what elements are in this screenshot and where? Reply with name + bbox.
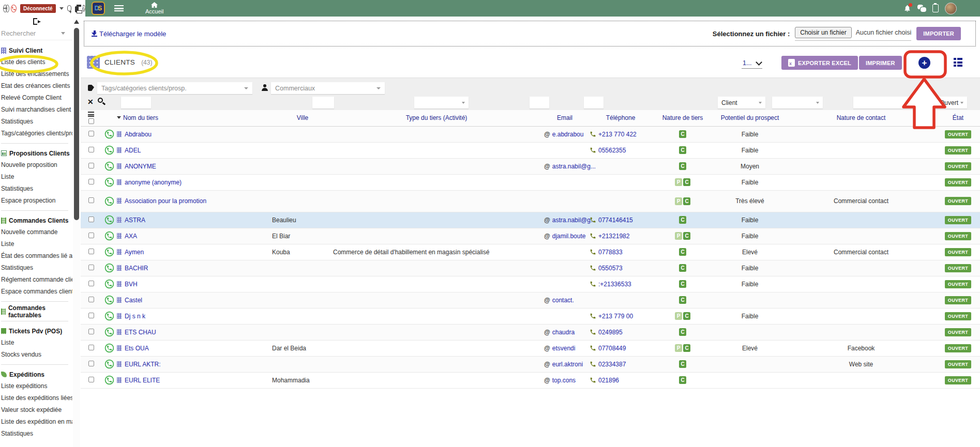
whatsapp-icon[interactable] [104,177,114,187]
client-name-link[interactable]: ASTRA [125,217,145,224]
sidebar-item[interactable]: Liste des expéditions liées au... [1,392,72,404]
column-header-email[interactable]: Email [540,110,590,126]
caret-down-icon[interactable] [59,7,64,10]
phone-link[interactable]: 0778833 [598,249,623,256]
sidebar-item[interactable]: Statistiques [1,116,72,128]
whatsapp-icon[interactable] [104,327,114,337]
sidebar-item[interactable]: Espace commandes clients [1,286,72,298]
phone-link[interactable]: +213 770 422 [598,131,637,138]
sidebar-item[interactable]: État des commandes lié aux ... [1,250,72,262]
tags-filter-select[interactable]: Tags/catégories clients/prosp. [97,82,252,94]
email-link[interactable]: contact. [552,297,574,304]
sidebar-item[interactable]: Relevé Compte Client [1,92,72,104]
whatsapp-icon[interactable] [104,311,114,321]
list-select-icon[interactable] [88,112,94,117]
phone-link[interactable]: 05562355 [598,147,626,154]
client-name-link[interactable]: EURL AKTR: [125,361,161,368]
column-header-nature[interactable]: Nature de tiers [652,110,714,126]
email-link[interactable]: e.abdrabou [552,131,584,138]
scrollbar-thumb[interactable] [74,28,79,220]
file-input[interactable]: Choisir un fichier Aucun fichier choisi [795,27,911,41]
whatsapp-status-icon[interactable] [11,5,17,12]
client-name-link[interactable]: ADEL [125,147,141,154]
filter-email-input[interactable] [530,97,549,109]
whatsapp-icon[interactable] [104,231,114,241]
whatsapp-icon[interactable] [104,247,114,257]
sidebar-item[interactable]: Statistiques [1,428,72,440]
sidebar-item[interactable]: Liste [1,171,72,183]
print-icon[interactable] [75,6,79,12]
user-avatar[interactable] [945,3,957,14]
client-name-link[interactable]: Abdrabou [125,131,152,138]
column-header-contact[interactable]: Nature de contact [786,110,936,126]
whatsapp-icon[interactable] [104,263,114,273]
pagination-select[interactable]: 1... [742,59,762,69]
row-checkbox[interactable] [88,313,94,318]
filter-nature-select[interactable]: Client [718,97,765,109]
whatsapp-icon[interactable] [104,161,114,171]
client-name-link[interactable]: Castel [125,297,142,304]
row-checkbox[interactable] [88,233,94,238]
sidebar-item[interactable]: Nouvelle proposition [1,159,72,171]
sidebar-item[interactable]: Liste des clients [1,56,72,68]
sidebar-item[interactable]: Espace prospection [1,195,72,207]
phone-link[interactable]: +213 779 00 [598,313,633,320]
row-checkbox[interactable] [88,163,94,168]
sidebar-item[interactable]: Nouvelle commande [1,226,72,238]
phone-link[interactable]: 0774146415 [598,217,633,224]
whatsapp-icon[interactable] [104,295,114,305]
email-link[interactable]: djamil.boute [552,233,586,240]
filter-contact-select[interactable] [853,97,927,109]
search-icon[interactable] [98,98,103,103]
list-view-icon[interactable] [954,58,962,67]
client-name-link[interactable]: Aymen [125,249,144,256]
column-header-name[interactable]: Nom du tiers [117,110,272,126]
sidebar-item[interactable]: Suivi marchandises client [1,104,72,116]
client-name-link[interactable]: ETS CHAU [125,329,156,336]
email-link[interactable]: top.cons [552,377,576,384]
logout-icon[interactable] [33,18,40,25]
phone-link[interactable]: 021896 [598,377,619,384]
whatsapp-icon[interactable] [104,359,114,369]
column-header-phone[interactable]: Téléphone [590,110,652,126]
messages-icon[interactable] [917,5,926,12]
sidebar-item[interactable]: Liste des expédition en map [1,416,72,428]
print-button[interactable]: IMPRIMER [859,56,902,70]
phone-link[interactable]: 0249895 [598,329,623,336]
sidebar-section-title[interactable]: Expéditions [1,368,72,380]
phone-link[interactable]: :+21336533 [598,281,631,288]
email-link[interactable]: eurl.aktroni [552,361,583,368]
row-checkbox[interactable] [88,345,94,350]
row-checkbox[interactable] [88,131,94,136]
sidebar-scrollbar[interactable] [73,17,80,447]
email-link[interactable]: astra.nabil@g... [552,163,596,170]
phone-link[interactable]: 02334387 [598,361,626,368]
choose-file-button[interactable]: Choisir un fichier [795,27,851,38]
client-name-link[interactable]: BVH [125,281,138,288]
client-name-link[interactable]: AXA [125,233,137,240]
row-checkbox[interactable] [88,297,94,302]
sidebar-section-title[interactable]: Commandes Clients [1,214,72,226]
app-logo[interactable]: DS [92,2,105,15]
row-checkbox[interactable] [88,281,94,286]
row-checkbox[interactable] [88,329,94,334]
download-template-link[interactable]: Télécharger le modèle [92,30,166,38]
column-header-potential[interactable]: Potentiel du prospect [714,110,786,126]
scroll-up-icon[interactable] [74,20,79,24]
client-name-link[interactable]: anonyme (anonyme) [125,179,182,186]
row-checkbox[interactable] [88,265,94,270]
whatsapp-icon[interactable] [104,343,114,353]
row-checkbox[interactable] [88,249,94,254]
sidebar-item[interactable]: Réglement commande client [1,274,72,286]
client-name-link[interactable]: Dj s n k [125,313,145,320]
row-checkbox[interactable] [88,197,94,203]
filter-activity-select[interactable] [414,97,469,109]
whatsapp-icon[interactable] [104,145,114,155]
filter-phone-input[interactable] [584,97,604,109]
sidebar-section-title[interactable]: Tickets Pdv (POS) [1,325,72,337]
row-checkbox[interactable] [88,377,94,382]
sidebar-item[interactable]: Liste expéditions [1,380,72,392]
phone-link[interactable]: 0550573 [598,265,623,272]
globe-icon[interactable] [3,5,7,12]
sidebar-item[interactable]: Liste [1,238,72,250]
